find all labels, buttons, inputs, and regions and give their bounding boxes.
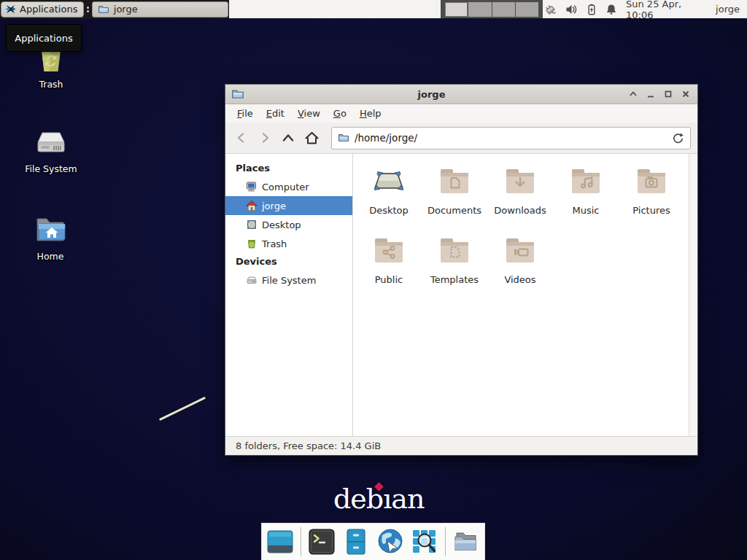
sidebar: Places Computer jorge: [225, 154, 353, 436]
folder-label: Pictures: [632, 205, 670, 216]
menu-file[interactable]: File: [231, 106, 260, 121]
folder-label: Desktop: [369, 205, 409, 216]
menu-view[interactable]: View: [291, 106, 327, 121]
app-finder-launcher[interactable]: [411, 527, 438, 556]
app-finder-icon: [411, 528, 438, 556]
panel-user-label[interactable]: jorge: [716, 4, 740, 15]
desktop-icon-file-system[interactable]: File System: [16, 124, 86, 174]
trash-icon: [246, 238, 258, 249]
workspace-4[interactable]: [516, 2, 538, 17]
xfce-logo-icon: [5, 4, 16, 15]
workspace-1[interactable]: [445, 2, 468, 17]
window-title: jorge: [244, 89, 627, 100]
workspace-2[interactable]: [468, 2, 491, 17]
folder-item-music[interactable]: Music: [553, 164, 619, 216]
debian-logo: debıan: [333, 483, 424, 515]
menu-help[interactable]: Help: [353, 106, 388, 121]
statusbar: 8 folders, Free space: 14.4 GiB: [225, 436, 697, 455]
show-desktop-button[interactable]: [266, 527, 294, 556]
folder-label: Videos: [504, 274, 535, 285]
home-icon: [246, 200, 258, 211]
menubar: File Edit View Go Help: [225, 104, 697, 122]
folder-item-documents[interactable]: Documents: [422, 164, 487, 216]
dock-separator: [445, 527, 446, 556]
folder-icon: [98, 4, 109, 15]
web-browser-launcher[interactable]: [376, 527, 404, 556]
sidebar-item-label: jorge: [262, 201, 286, 211]
back-button[interactable]: [232, 128, 251, 147]
file-cabinet-icon: [342, 528, 370, 556]
maximize-button[interactable]: [662, 88, 674, 100]
sidebar-item-file-system[interactable]: File System: [225, 271, 352, 289]
file-manager-launcher[interactable]: [342, 527, 370, 556]
public-folder-icon: [371, 233, 406, 268]
debian-logo-text: an: [391, 483, 424, 515]
window-titlebar[interactable]: jorge: [225, 85, 697, 104]
notifications-icon[interactable]: [605, 4, 617, 15]
taskbar-window-label: jorge: [114, 4, 138, 15]
web-browser-icon: [376, 528, 404, 556]
close-button[interactable]: [680, 88, 692, 100]
location-bar[interactable]: /home/jorge/: [331, 127, 691, 149]
folder-item-videos[interactable]: Videos: [487, 233, 553, 285]
shade-button[interactable]: [627, 88, 639, 100]
sidebar-item-trash[interactable]: Trash: [225, 234, 352, 253]
sidebar-item-label: Trash: [262, 238, 287, 249]
debian-logo-i: ı: [383, 483, 391, 515]
sidebar-item-jorge[interactable]: jorge: [225, 196, 352, 215]
folder-label: Public: [375, 274, 403, 285]
pictures-folder-icon: [634, 164, 669, 199]
workspace-switcher: [441, 0, 543, 18]
home-folder-icon: [33, 211, 68, 246]
top-panel: Applications jorge: [0, 0, 747, 19]
battery-icon[interactable]: [586, 4, 597, 15]
menu-edit[interactable]: Edit: [260, 106, 291, 121]
sidebar-item-label: File System: [262, 275, 316, 286]
status-text: 8 folders, Free space: 14.4 GiB: [236, 440, 381, 451]
dock-panel: [261, 523, 485, 560]
reload-button[interactable]: [672, 132, 684, 144]
sidebar-item-label: Computer: [262, 182, 309, 192]
file-manager-window: jorge File Edit View Go Help: [225, 84, 698, 456]
desktop-icon-label: File System: [25, 163, 77, 174]
panel-separator: [85, 0, 90, 18]
current-path[interactable]: /home/jorge/: [355, 132, 667, 144]
documents-folder-icon: [437, 164, 472, 199]
vertical-scrollbar[interactable]: [689, 154, 697, 436]
toolbar: /home/jorge/: [225, 122, 697, 154]
up-button[interactable]: [279, 128, 298, 147]
folder-item-downloads[interactable]: Downloads: [487, 164, 553, 216]
folder-view[interactable]: Desktop Documents Downloads: [353, 154, 689, 436]
minimize-button[interactable]: [645, 88, 657, 100]
volume-icon[interactable]: [565, 4, 578, 15]
panel-clock[interactable]: Sun 25 Apr, 10:06: [626, 0, 707, 20]
directory-menu-launcher[interactable]: [452, 527, 480, 556]
show-desktop-icon: [266, 528, 294, 556]
folder-icon: [338, 132, 349, 144]
wallpaper-line-decoration: [159, 397, 206, 421]
sidebar-item-desktop[interactable]: Desktop: [225, 215, 352, 234]
downloads-folder-icon: [503, 164, 538, 199]
folder-item-pictures[interactable]: Pictures: [619, 164, 684, 216]
desktop-icon-label: Trash: [39, 79, 63, 90]
forward-button[interactable]: [255, 128, 274, 147]
desktop-icon-home[interactable]: Home: [15, 211, 85, 262]
panel-left-zone: Applications jorge: [0, 0, 229, 18]
applications-menu-button[interactable]: Applications: [1, 1, 84, 18]
terminal-launcher[interactable]: [308, 527, 336, 556]
folder-item-public[interactable]: Public: [356, 233, 422, 285]
desktop-special-icon: [371, 164, 406, 199]
folder-item-templates[interactable]: Templates: [422, 233, 487, 285]
workspace-3[interactable]: [492, 2, 515, 17]
folder-item-desktop[interactable]: Desktop: [356, 164, 422, 216]
desktop-icon: [246, 219, 258, 230]
home-button[interactable]: [302, 128, 321, 147]
network-icon[interactable]: [543, 3, 557, 16]
sidebar-item-label: Desktop: [262, 219, 301, 230]
folder-label: Music: [573, 205, 600, 216]
sidebar-item-computer[interactable]: Computer: [225, 177, 352, 196]
taskbar-window-button[interactable]: jorge: [92, 1, 228, 18]
menu-go[interactable]: Go: [327, 106, 353, 121]
folder-label: Downloads: [494, 205, 546, 216]
drive-icon: [34, 124, 69, 159]
